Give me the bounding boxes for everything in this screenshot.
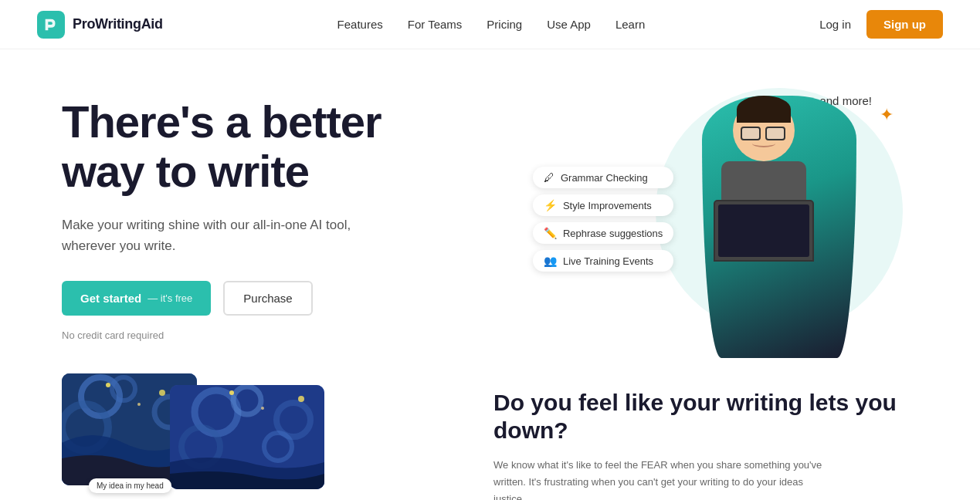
hero-image-area: ...and more! <box>533 80 918 358</box>
nav-for-teams[interactable]: For Teams <box>408 18 463 31</box>
chip-grammar-label: Grammar Checking <box>561 172 648 184</box>
brand-name: ProWritingAid <box>73 16 163 32</box>
hero-person <box>679 80 880 358</box>
nav-pricing[interactable]: Pricing <box>487 18 522 31</box>
free-tag: — it's free <box>148 292 192 304</box>
section2-text: We know what it's like to feel the FEAR … <box>493 457 833 500</box>
chip-rephrase-label: Rephrase suggestions <box>563 228 663 239</box>
nav-learn[interactable]: Learn <box>615 18 645 31</box>
section2-content: Do you feel like your writing lets you d… <box>493 373 918 500</box>
chip-rephrase-icon: ✏️ <box>544 227 557 239</box>
navbar: ProWritingAid Features For Teams Pricing… <box>0 0 980 49</box>
hero-content: There's a better way to write Make your … <box>62 97 533 341</box>
chip-training: 👥 Live Training Events <box>533 250 673 272</box>
chip-grammar: 🖊 Grammar Checking <box>533 167 673 188</box>
hero-title: There's a better way to write <box>62 97 502 196</box>
svg-point-17 <box>261 407 264 410</box>
sparkle-icon: ✦ <box>880 105 894 125</box>
chip-style: ⚡ Style Improvements <box>533 194 673 216</box>
idea-label: My idea in my head <box>89 478 171 493</box>
chip-training-label: Live Training Events <box>563 255 653 267</box>
svg-point-15 <box>229 390 234 395</box>
svg-point-6 <box>159 390 165 396</box>
nav-features[interactable]: Features <box>337 18 383 31</box>
chip-rephrase: ✏️ Rephrase suggestions <box>533 222 673 244</box>
nav-use-app[interactable]: Use App <box>547 18 591 31</box>
chip-style-icon: ⚡ <box>544 199 557 211</box>
section2-image: My idea in my head <box>62 373 447 500</box>
chip-training-icon: 👥 <box>544 255 557 267</box>
brand-logo-link[interactable]: ProWritingAid <box>37 11 163 39</box>
purchase-button[interactable]: Purchase <box>223 281 312 316</box>
nav-actions: Log in Sign up <box>819 10 943 39</box>
svg-point-5 <box>106 383 110 387</box>
section2: My idea in my head Do you feel like your… <box>0 373 980 500</box>
nav-links: Features For Teams Pricing Use App Learn <box>337 18 646 31</box>
chip-style-label: Style Improvements <box>563 200 652 211</box>
chip-grammar-icon: 🖊 <box>544 171 554 184</box>
card-stack: My idea in my head <box>62 373 324 497</box>
get-started-label: Get started <box>80 292 141 305</box>
svg-point-7 <box>137 403 141 406</box>
signup-button[interactable]: Sign up <box>866 10 943 39</box>
section2-title: Do you feel like your writing lets you d… <box>493 389 918 444</box>
login-button[interactable]: Log in <box>819 18 851 31</box>
no-credit-text: No credit card required <box>62 329 502 341</box>
brand-logo-icon <box>37 11 65 39</box>
get-started-button[interactable]: Get started — it's free <box>62 281 211 316</box>
svg-point-16 <box>298 396 304 402</box>
feature-chips: 🖊 Grammar Checking ⚡ Style Improvements … <box>533 167 673 272</box>
hero-buttons: Get started — it's free Purchase <box>62 281 502 316</box>
hero-section: There's a better way to write Make your … <box>0 49 980 373</box>
hero-subtitle: Make your writing shine with our all-in-… <box>62 215 386 256</box>
card-front <box>170 385 324 489</box>
